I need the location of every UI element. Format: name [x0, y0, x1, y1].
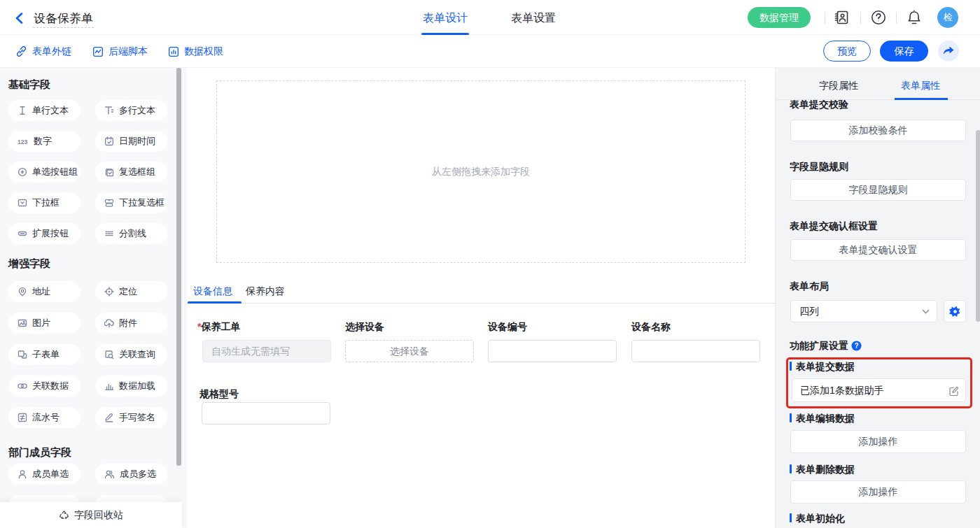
- svg-text:?: ?: [854, 342, 858, 350]
- svg-text:123: 123: [18, 138, 27, 145]
